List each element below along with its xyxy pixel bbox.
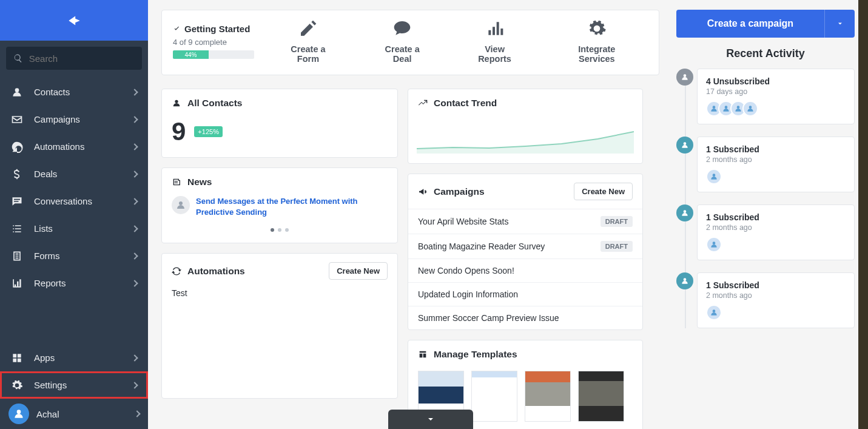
- sidebar-item-label: Conversations: [34, 196, 92, 206]
- campaign-item[interactable]: Boating Magazine Reader SurveyDRAFT: [408, 234, 642, 258]
- sidebar-item-conversations[interactable]: Conversations: [0, 187, 148, 215]
- gs-action-deal[interactable]: Create a Deal: [375, 19, 429, 64]
- user-name: Achal: [36, 409, 59, 419]
- sidebar-item-lists[interactable]: Lists: [0, 215, 148, 242]
- activity-title: 1 Subscribed: [706, 212, 846, 222]
- logo[interactable]: [0, 0, 148, 41]
- person-icon: [172, 98, 181, 108]
- sidebar-item-campaigns[interactable]: Campaigns: [0, 106, 148, 133]
- sidebar-item-forms[interactable]: Forms: [0, 242, 148, 269]
- create-campaign-cta[interactable]: Create a campaign: [676, 10, 824, 38]
- sidebar-item-contacts[interactable]: Contacts: [0, 78, 148, 106]
- gs-action-integrate[interactable]: Integrate Services: [560, 19, 633, 64]
- sidebar-item-label: Reports: [34, 278, 66, 288]
- sidebar-user[interactable]: Achal: [0, 399, 148, 429]
- list-icon: [11, 223, 23, 235]
- activity-avatars: [706, 169, 846, 184]
- campaign-name: Updated Login Information: [418, 289, 518, 299]
- sidebar-item-label: Automations: [34, 141, 84, 152]
- carousel-dots[interactable]: [172, 223, 388, 234]
- gs-action-label: Integrate Services: [578, 44, 615, 64]
- create-automation-button[interactable]: Create New: [329, 262, 388, 280]
- check-icon: [173, 25, 181, 33]
- subscribe-icon: [676, 204, 693, 221]
- campaign-item[interactable]: New Condo Opens Soon!: [408, 258, 642, 282]
- activity-title: 1 Subscribed: [706, 144, 846, 154]
- activity-title: 1 Subscribed: [706, 280, 846, 290]
- card-title: Campaigns: [434, 186, 485, 197]
- news-headline[interactable]: Send Messages at the Perfect Moment with…: [196, 196, 388, 217]
- activity-item: 1 Subscribed2 months ago: [697, 272, 855, 328]
- sidebar-item-automations[interactable]: Automations: [0, 133, 148, 160]
- form-icon: [11, 250, 23, 262]
- sidebar-item-label: Apps: [34, 353, 55, 363]
- sidebar-item-settings[interactable]: Settings: [0, 371, 148, 399]
- chevron-right-icon: [131, 225, 138, 232]
- contact-trend-card: Contact Trend: [408, 89, 643, 164]
- gs-progress-text: 4 of 9 complete: [173, 38, 267, 47]
- card-title: Automations: [187, 266, 245, 277]
- create-campaign-dropdown[interactable]: [824, 10, 855, 38]
- template-thumb[interactable]: [471, 371, 517, 422]
- activity-card[interactable]: 1 Subscribed2 months ago: [697, 272, 855, 328]
- chevron-right-icon: [131, 382, 138, 388]
- recent-activity-title: Recent Activity: [676, 47, 855, 60]
- templates-icon: [418, 350, 428, 359]
- sidebar-item-label: Lists: [34, 223, 53, 234]
- activity-card[interactable]: 1 Subscribed2 months ago: [697, 137, 855, 192]
- sidebar-item-label: Forms: [34, 251, 60, 261]
- bottom-drawer-toggle[interactable]: [388, 410, 473, 429]
- getting-started-card: Getting Started 4 of 9 complete 44% Crea…: [161, 10, 659, 75]
- avatar: [742, 101, 758, 117]
- sidebar-item-reports[interactable]: Reports: [0, 269, 148, 297]
- sidebar-item-label: Settings: [34, 380, 67, 390]
- gear-icon: [11, 379, 23, 391]
- sidebar-item-label: Contacts: [34, 87, 70, 97]
- activity-card[interactable]: 4 Unsubscribed17 days ago: [697, 69, 855, 124]
- automation-icon: [11, 141, 23, 153]
- activity-time: 17 days ago: [706, 87, 846, 96]
- campaign-item[interactable]: Summer Soccer Camp Preview Issue: [408, 306, 642, 329]
- campaign-item[interactable]: Updated Login Information: [408, 282, 642, 306]
- contacts-count: 9: [172, 117, 186, 146]
- chevron-up-icon: [426, 414, 436, 424]
- gs-action-form[interactable]: Create a Form: [280, 19, 337, 64]
- template-thumb[interactable]: [578, 371, 624, 422]
- create-campaign-button[interactable]: Create New: [574, 183, 633, 200]
- search-input[interactable]: [29, 53, 135, 64]
- campaign-list: Your April Website StatsDRAFTBoating Mag…: [408, 209, 642, 329]
- contacts-delta: +125%: [194, 126, 223, 137]
- megaphone-icon: [418, 187, 428, 197]
- activity-card[interactable]: 1 Subscribed2 months ago: [697, 204, 855, 260]
- sidebar: Contacts Campaigns Automations Deals Con: [0, 0, 148, 429]
- bars-icon: [485, 19, 505, 38]
- activity-time: 2 months ago: [706, 223, 846, 232]
- campaign-item[interactable]: Your April Website StatsDRAFT: [408, 209, 642, 234]
- gs-progress-bar: 44%: [173, 50, 254, 59]
- sidebar-item-apps[interactable]: Apps: [0, 344, 148, 371]
- card-title: Contact Trend: [434, 98, 497, 109]
- template-thumb[interactable]: [525, 371, 571, 422]
- search-box[interactable]: [6, 47, 142, 70]
- campaigns-card: Campaigns Create New Your April Website …: [408, 174, 643, 330]
- gs-progress-fill: 44%: [173, 50, 209, 59]
- dollar-icon: [11, 168, 23, 180]
- activity-item: 4 Unsubscribed17 days ago: [697, 69, 855, 124]
- sidebar-item-deals[interactable]: Deals: [0, 160, 148, 187]
- activity-avatars: [706, 237, 846, 252]
- trend-icon: [418, 98, 428, 108]
- gs-action-reports[interactable]: View Reports: [468, 19, 521, 64]
- chevron-right-icon: [133, 410, 140, 417]
- avatar: [706, 237, 722, 252]
- status-badge: DRAFT: [601, 216, 633, 227]
- chevron-right-icon: [131, 280, 138, 286]
- search-icon: [13, 53, 23, 64]
- outer-edge: [858, 0, 868, 429]
- chevron-right-icon: [131, 89, 138, 95]
- activity-time: 2 months ago: [706, 155, 846, 164]
- automation-item[interactable]: Test: [172, 288, 388, 298]
- activity-title: 4 Unsubscribed: [706, 76, 846, 86]
- right-panel: Create a campaign Recent Activity 4 Unsu…: [668, 0, 868, 429]
- avatar: [706, 169, 722, 184]
- avatar: [706, 305, 722, 320]
